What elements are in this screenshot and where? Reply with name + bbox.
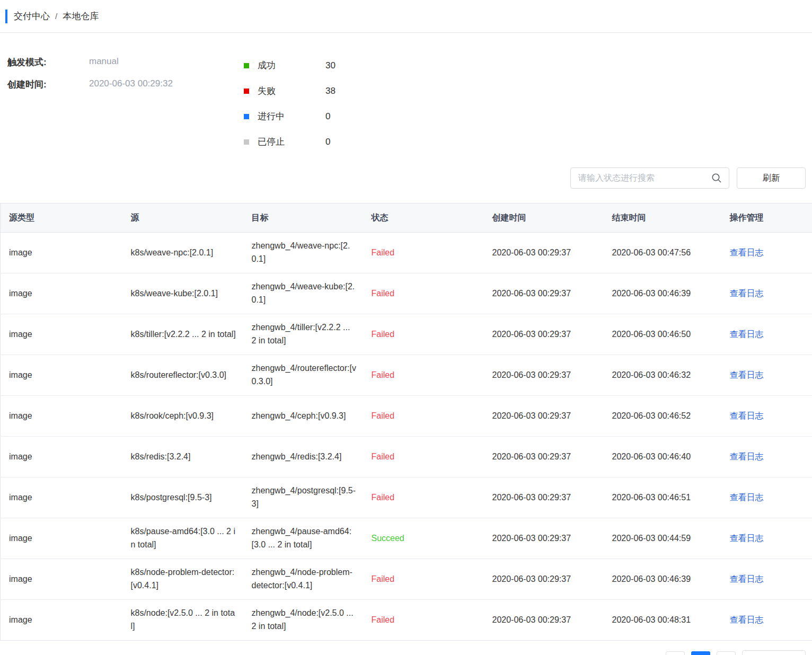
search-icon[interactable] bbox=[711, 173, 722, 183]
cell-ended: 2020-06-03 00:46:51 bbox=[604, 477, 721, 518]
legend-count: 0 bbox=[325, 137, 330, 147]
table-row: image k8s/node:[v2.5.0 ... 2 in total] z… bbox=[1, 600, 812, 641]
sync-tasks-table: 源类型 源 目标 状态 创建时间 结束时间 操作管理 image k8s/wea… bbox=[0, 203, 812, 641]
cell-created: 2020-06-03 00:29:37 bbox=[484, 600, 604, 641]
cell-source: k8s/weave-npc:[2.0.1] bbox=[122, 233, 243, 273]
breadcrumb-current: 本地仓库 bbox=[63, 10, 99, 22]
cell-created: 2020-06-03 00:29:37 bbox=[484, 233, 604, 273]
cell-source: k8s/pause-amd64:[3.0 ... 2 in total] bbox=[122, 518, 243, 559]
view-log-link[interactable]: 查看日志 bbox=[730, 411, 764, 420]
view-log-link[interactable]: 查看日志 bbox=[730, 615, 764, 624]
view-log-link[interactable]: 查看日志 bbox=[730, 248, 764, 257]
cell-source-type: image bbox=[1, 600, 122, 641]
legend-count: 38 bbox=[325, 86, 336, 96]
cell-target: zhengwb_4/routereflector:[v0.3.0] bbox=[243, 355, 363, 396]
cell-ended: 2020-06-03 00:47:56 bbox=[604, 233, 721, 273]
status-badge: Failed bbox=[372, 411, 395, 420]
create-time-label: 创建时间: bbox=[7, 78, 89, 91]
column-header-source: 源 bbox=[122, 203, 243, 233]
cell-source: k8s/rook/ceph:[v0.9.3] bbox=[122, 396, 243, 437]
status-search bbox=[570, 167, 729, 189]
legend-label: 已停止 bbox=[258, 136, 325, 148]
view-log-link[interactable]: 查看日志 bbox=[730, 493, 764, 502]
cell-ended: 2020-06-03 00:46:52 bbox=[604, 396, 721, 437]
legend-item-running: 进行中 0 bbox=[244, 110, 336, 122]
cell-ended: 2020-06-03 00:46:39 bbox=[604, 273, 721, 314]
cell-source-type: image bbox=[1, 396, 122, 437]
legend-item-success: 成功 30 bbox=[244, 59, 336, 72]
page-1-button[interactable]: 1 bbox=[691, 651, 710, 655]
breadcrumb-separator: / bbox=[55, 12, 57, 21]
cell-ended: 2020-06-03 00:46:32 bbox=[604, 355, 721, 396]
table-row: image k8s/tiller:[v2.2.2 ... 2 in total]… bbox=[1, 314, 812, 355]
cell-target: zhengwb_4/tiller:[v2.2.2 ... 2 in total] bbox=[243, 314, 363, 355]
table-row: image k8s/node-problem-detector:[v0.4.1]… bbox=[1, 559, 812, 600]
cell-source: k8s/redis:[3.2.4] bbox=[122, 437, 243, 477]
cell-target: zhengwb_4/ceph:[v0.9.3] bbox=[243, 396, 363, 437]
legend-count: 30 bbox=[325, 60, 336, 71]
view-log-link[interactable]: 查看日志 bbox=[730, 534, 764, 543]
create-time-value: 2020-06-03 00:29:32 bbox=[89, 78, 173, 91]
cell-ended: 2020-06-03 00:46:39 bbox=[604, 559, 721, 600]
cell-target: zhengwb_4/node:[v2.5.0 ... 2 in total] bbox=[243, 600, 363, 641]
view-log-link[interactable]: 查看日志 bbox=[730, 370, 764, 379]
success-color-square bbox=[244, 63, 249, 68]
prev-page-button[interactable] bbox=[666, 651, 685, 655]
column-header-actions: 操作管理 bbox=[721, 203, 812, 233]
view-log-link[interactable]: 查看日志 bbox=[730, 330, 764, 339]
cell-ended: 2020-06-03 00:48:31 bbox=[604, 600, 721, 641]
trigger-mode-row: 触发模式: manual bbox=[7, 56, 244, 68]
cell-created: 2020-06-03 00:29:37 bbox=[484, 314, 604, 355]
view-log-link[interactable]: 查看日志 bbox=[730, 452, 764, 461]
cell-target: zhengwb_4/redis:[3.2.4] bbox=[243, 437, 363, 477]
create-time-row: 创建时间: 2020-06-03 00:29:32 bbox=[7, 78, 244, 91]
status-badge: Succeed bbox=[372, 534, 404, 543]
failed-color-square bbox=[244, 88, 249, 94]
legend-label: 失败 bbox=[258, 85, 325, 97]
task-summary: 触发模式: manual 创建时间: 2020-06-03 00:29:32 成… bbox=[0, 33, 812, 161]
pagination: 当前1-10条，共10条 1 10条/页 bbox=[0, 641, 812, 655]
breadcrumb-section[interactable]: 交付中心 bbox=[14, 10, 50, 22]
status-badge: Failed bbox=[372, 493, 395, 502]
status-badge: Failed bbox=[372, 248, 395, 257]
search-input[interactable] bbox=[570, 167, 729, 189]
cell-source-type: image bbox=[1, 233, 122, 273]
view-log-link[interactable]: 查看日志 bbox=[730, 574, 764, 583]
cell-created: 2020-06-03 00:29:37 bbox=[484, 518, 604, 559]
cell-source-type: image bbox=[1, 437, 122, 477]
trigger-mode-value: manual bbox=[89, 56, 119, 68]
column-header-ended: 结束时间 bbox=[604, 203, 721, 233]
table-header-row: 源类型 源 目标 状态 创建时间 结束时间 操作管理 bbox=[1, 203, 812, 233]
cell-source-type: image bbox=[1, 355, 122, 396]
cell-source: k8s/tiller:[v2.2.2 ... 2 in total] bbox=[122, 314, 243, 355]
cell-source: k8s/weave-kube:[2.0.1] bbox=[122, 273, 243, 314]
status-badge: Failed bbox=[372, 452, 395, 461]
refresh-button[interactable]: 刷新 bbox=[737, 167, 806, 189]
cell-created: 2020-06-03 00:29:37 bbox=[484, 396, 604, 437]
cell-source-type: image bbox=[1, 477, 122, 518]
legend-item-stopped: 已停止 0 bbox=[244, 136, 336, 148]
breadcrumb: 交付中心 / 本地仓库 bbox=[0, 0, 812, 33]
cell-source: k8s/postgresql:[9.5-3] bbox=[122, 477, 243, 518]
table-row: image k8s/routereflector:[v0.3.0] zhengw… bbox=[1, 355, 812, 396]
cell-target: zhengwb_4/node-problem-detector:[v0.4.1] bbox=[243, 559, 363, 600]
table-row: image k8s/weave-npc:[2.0.1] zhengwb_4/we… bbox=[1, 233, 812, 273]
cell-created: 2020-06-03 00:29:37 bbox=[484, 559, 604, 600]
legend-label: 进行中 bbox=[258, 110, 325, 122]
next-page-button[interactable] bbox=[717, 651, 736, 655]
column-header-status: 状态 bbox=[363, 203, 484, 233]
cell-target: zhengwb_4/postgresql:[9.5-3] bbox=[243, 477, 363, 518]
cell-source-type: image bbox=[1, 273, 122, 314]
cell-created: 2020-06-03 00:29:37 bbox=[484, 355, 604, 396]
status-badge: Failed bbox=[372, 370, 395, 379]
info-fields: 触发模式: manual 创建时间: 2020-06-03 00:29:32 bbox=[7, 56, 244, 161]
legend-count: 0 bbox=[325, 111, 330, 122]
column-header-created: 创建时间 bbox=[484, 203, 604, 233]
status-badge: Failed bbox=[372, 574, 395, 583]
page-size-select[interactable]: 10条/页 bbox=[742, 650, 806, 655]
status-badge: Failed bbox=[372, 289, 395, 298]
view-log-link[interactable]: 查看日志 bbox=[730, 289, 764, 298]
cell-source: k8s/node:[v2.5.0 ... 2 in total] bbox=[122, 600, 243, 641]
table-toolbar: 刷新 bbox=[0, 167, 812, 189]
column-header-source-type: 源类型 bbox=[1, 203, 122, 233]
